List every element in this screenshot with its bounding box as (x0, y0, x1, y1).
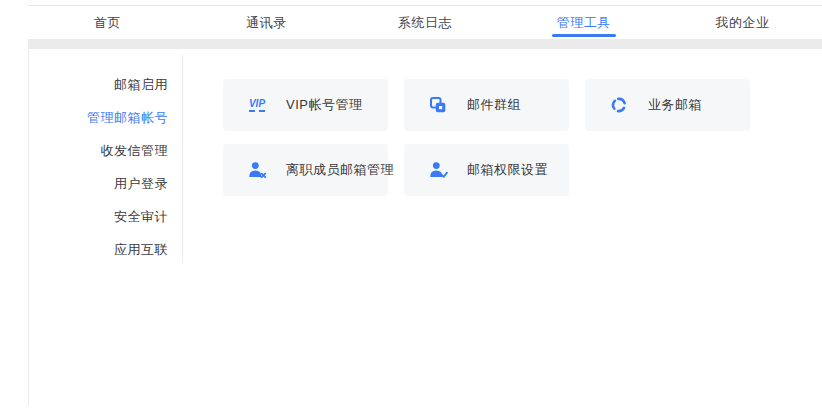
card-mail-group[interactable]: 邮件群组 (404, 79, 569, 131)
tab-home[interactable]: 首页 (28, 6, 187, 40)
card-label: 业务邮箱 (648, 96, 702, 114)
sidebar: 邮箱启用 管理邮箱帐号 收发信管理 用户登录 安全审计 应用互联 (29, 55, 183, 263)
vip-icon: VIP (245, 99, 269, 112)
tab-my-enterprise[interactable]: 我的企业 (663, 6, 822, 40)
tab-system-log-label: 系统日志 (398, 14, 452, 32)
mail-group-icon (426, 96, 450, 114)
content-area: 邮箱启用 管理邮箱帐号 收发信管理 用户登录 安全审计 应用互联 VIP (28, 49, 822, 405)
sidebar-item-label: 应用互联 (114, 241, 168, 259)
top-nav: 首页 通讯录 系统日志 管理工具 我的企业 (28, 5, 822, 40)
tab-system-log[interactable]: 系统日志 (346, 6, 505, 40)
sidebar-item-security-audit[interactable]: 安全审计 (29, 200, 182, 233)
card-mailbox-permission[interactable]: 邮箱权限设置 (404, 144, 569, 196)
tab-contacts[interactable]: 通讯录 (187, 6, 346, 40)
card-vip-account-management[interactable]: VIP VIP帐号管理 (223, 79, 388, 131)
sidebar-item-mailbox-enable[interactable]: 邮箱启用 (29, 68, 182, 101)
tool-card-grid: VIP VIP帐号管理 邮件群组 (223, 79, 750, 196)
nav-divider-band (28, 39, 822, 49)
user-remove-icon (245, 161, 269, 179)
tab-home-label: 首页 (94, 14, 121, 32)
card-label: 离职成员邮箱管理 (286, 161, 394, 179)
vip-icon-text: VIP (249, 99, 265, 112)
sidebar-item-send-receive-management[interactable]: 收发信管理 (29, 134, 182, 167)
sidebar-item-label: 收发信管理 (101, 142, 169, 160)
card-label: 邮箱权限设置 (467, 161, 548, 179)
sync-circle-icon (607, 96, 631, 114)
card-label: VIP帐号管理 (286, 96, 362, 114)
active-tab-underline (552, 34, 616, 37)
card-label: 邮件群组 (467, 96, 521, 114)
tab-admin-tools-label: 管理工具 (557, 14, 611, 32)
sidebar-item-app-integration[interactable]: 应用互联 (29, 233, 182, 266)
sidebar-item-label: 管理邮箱帐号 (87, 109, 168, 127)
sidebar-item-manage-mailbox-accounts[interactable]: 管理邮箱帐号 (29, 101, 182, 134)
sidebar-item-label: 安全审计 (114, 208, 168, 226)
sidebar-item-user-login[interactable]: 用户登录 (29, 167, 182, 200)
admin-console-page: 首页 通讯录 系统日志 管理工具 我的企业 邮箱启用 管理邮箱帐号 收发信管理 (0, 0, 822, 409)
card-business-mailbox[interactable]: 业务邮箱 (585, 79, 750, 131)
sidebar-item-label: 邮箱启用 (114, 76, 168, 94)
user-check-icon (426, 161, 450, 179)
sidebar-item-label: 用户登录 (114, 175, 168, 193)
tab-admin-tools[interactable]: 管理工具 (504, 6, 663, 40)
tab-my-enterprise-label: 我的企业 (716, 14, 770, 32)
card-resigned-member-mailbox[interactable]: 离职成员邮箱管理 (223, 144, 388, 196)
tab-contacts-label: 通讯录 (246, 14, 287, 32)
